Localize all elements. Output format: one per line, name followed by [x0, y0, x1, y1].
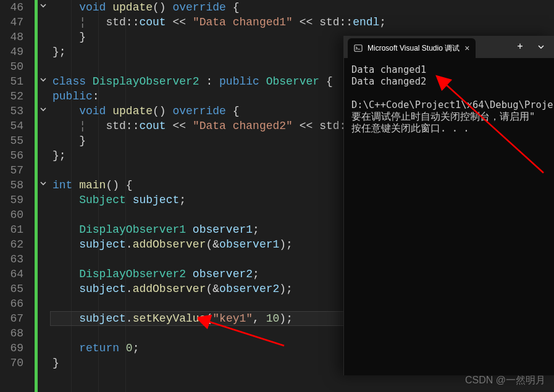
terminal-tab-actions: +	[511, 36, 554, 58]
line-number: 48	[6, 30, 23, 44]
chevron-down-icon	[538, 44, 544, 50]
line-number: 47	[6, 15, 23, 30]
line-number: 55	[6, 133, 23, 148]
tab-dropdown-button[interactable]	[532, 38, 550, 56]
fold-column[interactable]	[38, 0, 50, 392]
line-number: 51	[6, 74, 23, 89]
line-number: 68	[6, 326, 23, 341]
line-number: 65	[6, 281, 23, 296]
line-number: 56	[6, 148, 23, 163]
line-number: 70	[6, 356, 23, 370]
fold-toggle[interactable]	[39, 0, 48, 15]
terminal-tab[interactable]: Microsoft Visual Studio 调试 ×	[348, 38, 476, 58]
line-number: 63	[6, 252, 23, 267]
gutter: 4647484950515253545556575859606162636465…	[0, 0, 35, 392]
terminal-icon	[354, 44, 363, 52]
terminal-tab-title: Microsoft Visual Studio 调试	[367, 43, 460, 54]
line-number: 46	[6, 0, 23, 15]
line-number: 50	[6, 59, 23, 74]
fold-toggle[interactable]	[39, 104, 48, 119]
line-number: 61	[6, 222, 23, 237]
fold-toggle[interactable]	[39, 74, 48, 89]
line-number: 54	[6, 119, 23, 133]
fold-toggle[interactable]	[39, 178, 48, 193]
line-number: 67	[6, 311, 23, 326]
line-number: 58	[6, 178, 23, 193]
close-icon[interactable]: ×	[464, 43, 469, 53]
line-number: 53	[6, 104, 23, 119]
svg-rect-0	[355, 45, 362, 52]
line-number: 62	[6, 237, 23, 252]
code-line[interactable]: ¦ std::cout << "Data changed1" << std::e…	[52, 15, 554, 30]
line-number: 52	[6, 89, 23, 104]
code-line[interactable]: void update() override {	[52, 0, 554, 15]
line-number: 64	[6, 267, 23, 281]
line-number: 59	[6, 193, 23, 207]
line-number: 49	[6, 44, 23, 59]
terminal-window[interactable]: Microsoft Visual Studio 调试 × + Data chan…	[343, 36, 554, 375]
line-number: 60	[6, 207, 23, 222]
new-tab-button[interactable]: +	[511, 38, 529, 56]
terminal-tab-bar[interactable]: Microsoft Visual Studio 调试 × +	[344, 36, 554, 58]
line-number: 57	[6, 163, 23, 178]
terminal-output[interactable]: Data changed1 Data changed2 D:\C++Code\P…	[344, 58, 554, 141]
line-number: 69	[6, 341, 23, 356]
line-number: 66	[6, 296, 23, 311]
watermark: CSDN @一然明月	[465, 374, 545, 387]
